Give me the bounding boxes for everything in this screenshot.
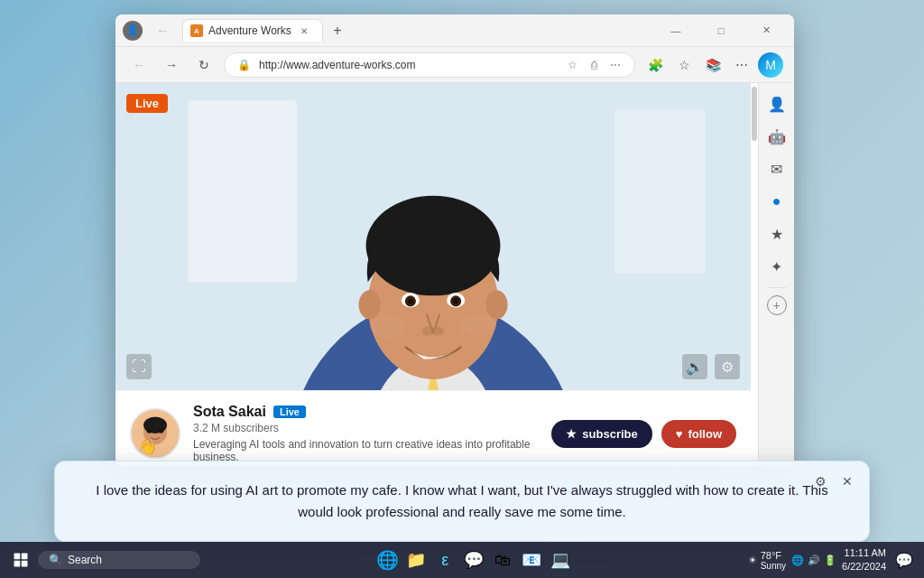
more-menu-icon[interactable]: ⋯	[729, 52, 754, 78]
svg-point-15	[408, 298, 413, 303]
windows-logo-icon	[13, 552, 29, 568]
taskbar-terminal-icon[interactable]: 💻	[548, 547, 573, 573]
video-area: Live ⛶ 🔊 ⚙	[116, 83, 751, 390]
taskbar-right: ☀ 78°F Sunny 🌐 🔊 🔋 11:11 AM 6/22/2024 💬	[748, 546, 917, 574]
sidebar-icon-mail[interactable]: ✉	[763, 155, 790, 182]
copilot-close-button[interactable]: ✕	[836, 471, 858, 492]
nav-back-button[interactable]: ←	[150, 18, 175, 43]
time-display[interactable]: 11:11 AM 6/22/2024	[842, 546, 886, 574]
lock-icon: 🔒	[236, 57, 252, 73]
browser-tab-active[interactable]: A Adventure Works ✕	[182, 19, 323, 42]
taskbar-center: 🌐 📁 ε 💬 🛍 📧 💻	[200, 547, 748, 573]
channel-avatar: 👋	[130, 408, 180, 459]
channel-info: 👋 Sota Sakai Live 3.2 M subscribers Leve…	[116, 390, 751, 466]
maximize-button[interactable]: □	[700, 18, 742, 43]
clock-date: 6/22/2024	[842, 560, 886, 573]
sidebar-icon-star[interactable]: ★	[763, 220, 790, 247]
video-background	[116, 83, 751, 390]
battery-icon[interactable]: 🔋	[824, 555, 836, 566]
subscribe-icon: ★	[566, 427, 577, 441]
svg-point-18	[453, 298, 458, 303]
live-badge: Live	[126, 94, 168, 113]
search-bar[interactable]: 🔍 Search	[38, 551, 200, 569]
clock-time: 11:11 AM	[842, 546, 886, 560]
title-bar: 👤 ← A Adventure Works ✕ + — □ ✕	[116, 14, 794, 47]
subscriber-count: 3.2 M subscribers	[193, 422, 539, 434]
sidebar-icon-profile[interactable]: 👤	[763, 90, 790, 117]
scrollbar[interactable]	[751, 83, 758, 466]
url-text: http://www.adventure-works.com	[259, 59, 557, 71]
close-button[interactable]: ✕	[745, 18, 787, 43]
weather-desc: Sunny	[761, 561, 786, 571]
url-bar[interactable]: 🔒 http://www.adventure-works.com ☆ ⎙ ⋯	[224, 52, 635, 78]
volume-button[interactable]: 🔊	[682, 354, 707, 379]
svg-point-20	[431, 327, 444, 336]
svg-point-22	[460, 314, 496, 336]
new-tab-button[interactable]: +	[327, 20, 348, 42]
sidebar-icon-spark[interactable]: ✦	[763, 253, 790, 280]
taskbar-edge-icon[interactable]: 🌐	[374, 547, 400, 573]
tab-favicon: A	[190, 24, 203, 37]
channel-details: Sota Sakai Live 3.2 M subscribers Levera…	[193, 404, 539, 463]
more-icon[interactable]: ⋯	[607, 57, 624, 73]
system-tray: 🌐 🔊 🔋	[791, 555, 836, 566]
sidebar-icon-copilot[interactable]: 🤖	[763, 123, 790, 150]
network-icon[interactable]: 🌐	[791, 555, 804, 566]
window-controls: — □ ✕	[655, 18, 787, 43]
start-button[interactable]	[7, 546, 34, 573]
subscribe-label: subscribe	[582, 427, 637, 441]
copilot-panel: ⚙ ✕ I love the ideas for using AI art to…	[54, 461, 870, 542]
svg-point-12	[485, 290, 507, 319]
channel-live-tag: Live	[273, 406, 306, 418]
svg-point-27	[159, 429, 164, 434]
forward-button[interactable]: →	[159, 52, 184, 78]
channel-description: Leveraging AI tools and innovation to tu…	[193, 438, 539, 463]
taskbar-edge-blue-icon[interactable]: ε	[432, 547, 457, 573]
video-controls: ⛶ 🔊 ⚙	[126, 354, 740, 379]
collections-icon[interactable]: 📚	[700, 52, 725, 78]
taskbar-mail-icon[interactable]: 📧	[519, 547, 544, 573]
taskbar-files-icon[interactable]: 📁	[403, 547, 429, 573]
volume-tray-icon[interactable]: 🔊	[808, 555, 820, 566]
taskbar-teams-icon[interactable]: 💬	[461, 547, 486, 573]
tab-close-button[interactable]: ✕	[297, 23, 311, 38]
favorites-toolbar-icon[interactable]: ☆	[671, 52, 697, 78]
svg-rect-30	[22, 554, 28, 560]
sidebar-icon-circle[interactable]: ●	[763, 188, 790, 215]
svg-point-11	[359, 290, 381, 319]
svg-rect-31	[14, 561, 21, 567]
subscribe-button[interactable]: ★ subscribe	[551, 420, 651, 448]
copilot-message: I love the ideas for using AI art to pro…	[77, 480, 847, 523]
copilot-settings-icon[interactable]: ⚙	[809, 471, 831, 492]
back-button[interactable]: ←	[126, 52, 152, 78]
weather-widget[interactable]: ☀ 78°F Sunny	[748, 550, 786, 571]
notification-center-button[interactable]: 💬	[892, 547, 917, 573]
taskbar: 🔍 Search 🌐 📁 ε 💬 🛍 📧 💻 ☀ 78°F Sunny 🌐 🔊 …	[0, 542, 924, 578]
title-bar-left: 👤 ←	[123, 18, 175, 43]
sidebar-add-button[interactable]: +	[767, 295, 787, 315]
channel-actions: ★ subscribe ♥ follow	[551, 420, 736, 448]
refresh-button[interactable]: ↻	[191, 52, 217, 78]
minimize-button[interactable]: —	[655, 18, 697, 43]
avatar-image: 👋	[132, 408, 179, 459]
taskbar-store-icon[interactable]: 🛍	[490, 547, 515, 573]
browser-profile-icon[interactable]: 👤	[123, 21, 143, 41]
follow-button[interactable]: ♥ follow	[661, 420, 736, 448]
svg-rect-29	[14, 554, 21, 560]
svg-text:👋: 👋	[138, 437, 157, 456]
browser-window: 👤 ← A Adventure Works ✕ + — □ ✕ ← → ↻ 🔒 …	[116, 14, 794, 466]
share-icon[interactable]: ⎙	[586, 57, 602, 73]
edge-profile-button[interactable]: M	[758, 52, 783, 78]
svg-point-26	[147, 429, 152, 434]
tab-area: A Adventure Works ✕ +	[182, 19, 648, 42]
extensions-icon[interactable]: 🧩	[642, 52, 668, 78]
settings-button[interactable]: ⚙	[715, 354, 740, 379]
favorites-icon[interactable]: ☆	[564, 57, 580, 73]
sidebar-divider	[768, 287, 786, 288]
fullscreen-button[interactable]: ⛶	[126, 354, 152, 379]
search-placeholder: Search	[68, 554, 102, 566]
address-bar: ← → ↻ 🔒 http://www.adventure-works.com ☆…	[116, 47, 794, 83]
follow-label: follow	[688, 427, 722, 441]
scrollbar-thumb[interactable]	[752, 87, 757, 141]
url-actions: ☆ ⎙ ⋯	[564, 57, 624, 73]
